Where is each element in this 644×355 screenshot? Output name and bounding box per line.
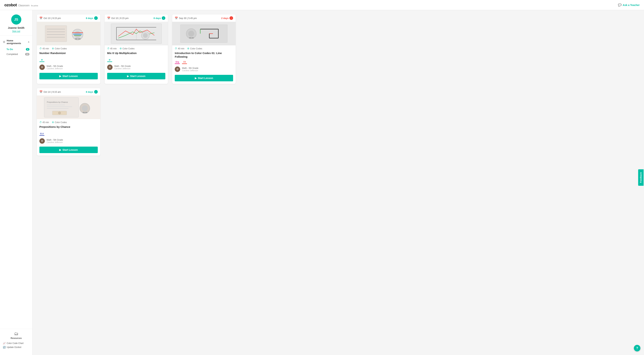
sign-out-link[interactable]: Sign out — [3, 30, 30, 32]
card-2-image — [104, 22, 168, 45]
help-button[interactable]: ? — [634, 345, 640, 352]
calendar-icon-2: 📅 — [107, 17, 110, 20]
resources-header: 🗂 Resources — [3, 331, 30, 340]
card-1-teacher: O Math - 5th Grade Caroline Jefferson — [37, 63, 100, 72]
card-1-header: 📅 Oct 10 | 9:15 pm 8 days ↓ — [37, 14, 100, 22]
card-3-days: 2 days ↑ — [221, 16, 233, 20]
card-3-title: Introduction to Color Codes 01: Line Fol… — [172, 50, 236, 60]
color-code-chart-icon: 📈 — [3, 342, 6, 344]
days-badge-red: ↑ — [230, 16, 233, 20]
sidebar-item-completed[interactable]: Completed 10 — [0, 52, 32, 56]
resources-label: Resources — [11, 337, 22, 340]
tag-ela: ELA — [40, 133, 44, 136]
calendar-icon-3: 📅 — [175, 17, 178, 20]
teacher-avatar: O — [40, 64, 45, 70]
card-1-title: Number Randomizer — [37, 50, 100, 58]
lesson-type-meta: ⚙ Color Codes — [52, 47, 67, 50]
update-ozobot-link[interactable]: 🔃 Update Ozobot — [3, 345, 30, 349]
resources-icon: 🗂 — [14, 331, 18, 336]
play-icon: ▶ — [59, 75, 61, 78]
nav-home-assignments[interactable]: ⊙ Home assignments ∧ — [0, 38, 32, 46]
teacher-avatar-3: O — [175, 66, 180, 72]
card-4: 📅 Oct 14 | 9:15 am 8 days ↓ Prepositions… — [37, 88, 100, 156]
card-2-tags: M — [104, 58, 168, 63]
card-1-meta: ⏱ 45 min ⚙ Color Codes — [37, 45, 100, 50]
start-lesson-btn-2[interactable]: ▶ Start Lesson — [107, 73, 166, 79]
completed-badge: 10 — [25, 53, 30, 56]
tag-math: M — [40, 59, 44, 62]
card-4-teacher: O Math - 5th Grade Caroline Jefferson — [37, 137, 100, 145]
logo: ozobot Classroom for prime — [4, 3, 38, 8]
nav-home-assignments-label: Home assignments — [7, 39, 26, 45]
teacher-name-3: Caroline Jefferson — [182, 70, 198, 72]
calendar-icon-4: 📅 — [40, 90, 42, 93]
logo-for-prime: for prime — [31, 5, 38, 7]
card-3-date: 📅 Sep 30 | 5:45 pm — [175, 17, 197, 20]
svg-rect-25 — [189, 37, 191, 38]
card-4-header: 📅 Oct 14 | 9:15 am 8 days ↓ — [37, 88, 100, 96]
ask-teacher-link[interactable]: 💬 Ask a Teacher — [618, 3, 640, 7]
todo-label: To Do — [6, 48, 13, 50]
card-1-date: 📅 Oct 10 | 9:15 pm — [40, 17, 61, 20]
teacher-subject-2: Math - 5th Grade — [114, 65, 131, 68]
clock-icon-3: ⏱ — [175, 47, 177, 50]
chat-icon: 💬 — [618, 3, 622, 7]
card-4-meta: ⏱ 45 min ⚙ Color Codes — [37, 119, 100, 124]
card-3-image — [172, 22, 236, 45]
teacher-subject: Math - 5th Grade — [46, 65, 63, 68]
days-badge-green-2: ↓ — [162, 16, 165, 20]
avatar: JS — [11, 14, 21, 24]
lesson-icon: ⚙ — [52, 47, 54, 50]
svg-point-24 — [188, 31, 194, 36]
teacher-subject-4: Math - 5th Grade — [46, 139, 63, 141]
svg-point-20 — [143, 33, 148, 38]
clock-icon-2: ⏱ — [107, 47, 110, 50]
update-ozobot-icon: 🔃 — [3, 346, 6, 348]
logo-classroom: Classroom — [18, 4, 30, 7]
card-4-thumbnail: Prepositions by Chance — [37, 96, 100, 119]
card-3-tags: Eng CS — [172, 60, 236, 65]
card-3-thumbnail — [172, 22, 236, 45]
svg-rect-32 — [47, 108, 68, 109]
cards-grid: 📅 Oct 10 | 9:15 pm 8 days ↓ — [37, 14, 236, 156]
svg-point-34 — [58, 112, 61, 114]
card-2-teacher: O Math - 5th Grade Caroline Jefferson — [104, 63, 168, 72]
lesson-icon-2: ⚙ — [120, 47, 122, 50]
svg-point-36 — [82, 106, 88, 111]
user-name: Joanne Smith — [3, 26, 30, 29]
svg-rect-26 — [192, 37, 194, 38]
card-1-days: 8 days ↓ — [86, 16, 98, 20]
todo-badge: 4 — [26, 48, 30, 50]
card-1-tags: M — [37, 58, 100, 63]
lesson-icon-3: ⚙ — [187, 47, 189, 50]
card-4-date: 📅 Oct 14 | 9:15 am — [40, 90, 61, 93]
play-icon-3: ▶ — [195, 77, 197, 80]
days-badge-green: ↓ — [94, 16, 98, 20]
start-lesson-btn-4[interactable]: ▶ Start Lesson — [40, 146, 98, 153]
sidebar-item-todo[interactable]: To Do 4 — [0, 47, 32, 52]
ask-teacher-label: Ask a Teacher — [623, 4, 640, 6]
clock-icon-4: ⏱ — [40, 121, 42, 124]
card-2: 📅 Oct 10 | 9:15 pm 8 days ↓ — [104, 14, 168, 84]
play-icon-4: ▶ — [59, 148, 61, 151]
card-2-header: 📅 Oct 10 | 9:15 pm 8 days ↓ — [104, 14, 168, 22]
sidebar-bottom: 🗂 Resources 📈 Color Code Chart 🔃 Update … — [0, 329, 32, 352]
start-lesson-btn-1[interactable]: ▶ Start Lesson — [40, 73, 98, 79]
card-3-header: 📅 Sep 30 | 5:45 pm 2 days ↑ — [172, 14, 236, 22]
card-1-image — [37, 22, 100, 45]
main-content: 📅 Oct 10 | 9:15 pm 8 days ↓ — [32, 10, 644, 355]
duration-meta: ⏱ 45 min — [40, 47, 49, 50]
header: ozobot Classroom for prime 💬 Ask a Teach… — [0, 0, 644, 10]
start-lesson-btn-3[interactable]: ▶ Start Lesson — [175, 75, 233, 81]
collapse-icon: ∧ — [28, 41, 30, 43]
play-icon-2: ▶ — [127, 75, 129, 78]
card-1: 📅 Oct 10 | 9:15 pm 8 days ↓ — [37, 14, 100, 84]
svg-rect-8 — [75, 38, 78, 40]
nav-section: ⊙ Home assignments ∧ To Do 4 Completed 1… — [0, 36, 32, 329]
feedback-tab[interactable]: Feedback — [638, 169, 644, 186]
teacher-avatar-2: O — [107, 64, 112, 70]
color-code-chart-link[interactable]: 📈 Color Code Chart — [3, 341, 30, 345]
lesson-icon-4: ⚙ — [52, 121, 54, 124]
sidebar: JS Joanne Smith Sign out ⊙ Home assignme… — [0, 10, 32, 355]
logo-ozobot: ozobot — [4, 3, 17, 7]
